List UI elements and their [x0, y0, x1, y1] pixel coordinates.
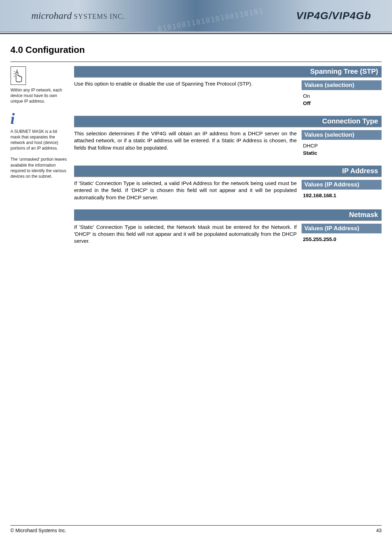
note-hand-icon — [10, 66, 26, 85]
main-content: Spanning Tree (STP) Use this option to e… — [74, 66, 382, 253]
values-header: Values (IP Address) — [302, 224, 382, 233]
values-header: Values (IP Address) — [302, 180, 382, 190]
values-list: On Off — [302, 90, 382, 107]
param-ip-address: IP Address If 'Static' Connection Type i… — [74, 166, 382, 201]
param-description: If 'Static' Connection Type is selected,… — [74, 180, 297, 201]
param-spanning-tree: Spanning Tree (STP) Use this option to e… — [74, 66, 382, 107]
param-description: This selection determines if the VIP4G w… — [74, 130, 297, 157]
sidebar: Within any IP network, each device must … — [10, 66, 68, 185]
brand-thin: SYSTEMS INC. — [72, 13, 125, 20]
value-item: Static — [303, 149, 380, 157]
param-title: Connection Type — [74, 116, 382, 127]
param-title: Spanning Tree (STP) — [74, 66, 382, 78]
page-banner: microhard SYSTEMS INC. VIP4G/VIP4Gb — [0, 0, 392, 32]
brand-logo-left: microhard SYSTEMS INC. — [31, 10, 125, 21]
values-list: 192.168.168.1 — [302, 190, 382, 200]
param-description: Use this option to enable or disable the… — [74, 80, 297, 107]
sidebar-note-3: The 'unmasked' portion leaves available … — [10, 157, 68, 179]
values-box: Values (IP Address) 192.168.168.1 — [302, 180, 382, 201]
param-title: Netmask — [74, 209, 382, 221]
values-list: 255.255.255.0 — [302, 233, 382, 243]
brand-bold: microhard — [31, 10, 72, 21]
values-header: Values (selection) — [302, 80, 382, 90]
values-box: Values (selection) DHCP Static — [302, 130, 382, 157]
param-netmask: Netmask If 'Static' Connection Type is s… — [74, 209, 382, 245]
sidebar-note-1: Within any IP network, each device must … — [10, 87, 68, 104]
value-item: 255.255.255.0 — [303, 235, 380, 243]
values-box: Values (IP Address) 255.255.255.0 — [302, 224, 382, 245]
values-box: Values (selection) On Off — [302, 80, 382, 107]
values-header: Values (selection) — [302, 130, 382, 140]
section-title: 4.0 Configuration — [10, 45, 382, 55]
brand-product-right: VIP4G/VIP4Gb — [296, 10, 371, 22]
values-list: DHCP Static — [302, 140, 382, 157]
title-divider — [10, 62, 382, 62]
value-item: 192.168.168.1 — [303, 192, 380, 199]
value-item: Off — [303, 99, 380, 107]
info-icon: i — [10, 111, 68, 127]
sidebar-note-2: A SUBNET MASK is a bit mask that separat… — [10, 129, 68, 151]
value-item: DHCP — [303, 142, 380, 149]
value-item: On — [303, 92, 380, 99]
param-title: IP Address — [74, 166, 382, 177]
param-description: If 'Static' Connection Type is selected,… — [74, 224, 297, 245]
param-connection-type: Connection Type This selection determine… — [74, 116, 382, 157]
